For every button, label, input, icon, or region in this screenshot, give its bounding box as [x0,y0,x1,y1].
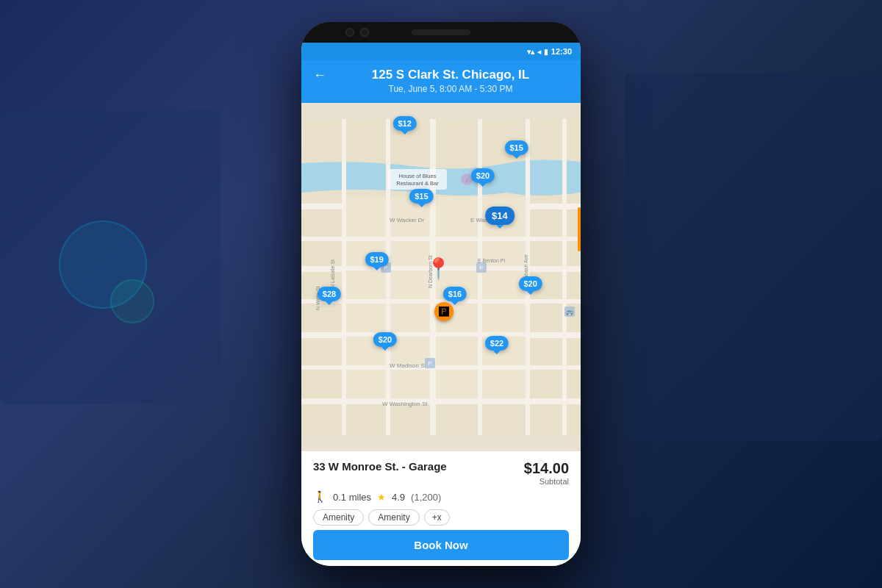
svg-rect-34 [346,370,386,398]
bg-circle-2 [110,279,154,323]
price-amount: $14.00 [524,460,569,476]
header-subtitle: Tue, June 5, 8:00 AM - 5:30 PM [332,84,569,94]
svg-rect-9 [386,119,390,435]
svg-rect-29 [482,304,526,332]
price-pin-19[interactable]: $19 [365,252,388,267]
card-info-row: 🚶 0.1 miles ★ 4.9 (1,200) [313,490,569,503]
svg-rect-23 [390,270,430,299]
battery-icon: ▮ [544,48,548,56]
svg-text:Restaurant & Bar: Restaurant & Bar [396,180,439,187]
star-icon: ★ [377,492,386,503]
bottom-card: 33 W Monroe St. - Garage $14.00 Subtotal… [301,451,581,566]
destination-pin: 📍 [426,257,451,281]
svg-text:W Washington St: W Washington St [382,401,428,407]
card-title-row: 33 W Monroe St. - Garage $14.00 Subtotal [313,460,569,486]
book-button[interactable]: Book Now [313,530,569,560]
svg-text:N LaSalle St: N LaSalle St [330,259,335,288]
app-header: ← 125 S Clark St. Chicago, IL Tue, June … [301,60,581,103]
price-pin-20b[interactable]: $20 [518,276,542,291]
svg-text:♪: ♪ [465,176,469,184]
price-pin-15a[interactable]: $15 [504,140,528,155]
walk-icon: 🚶 [313,490,327,503]
svg-text:W Wacker Dr: W Wacker Dr [390,217,425,223]
back-button[interactable]: ← [313,68,326,82]
status-bar: ▾▴ ◂ ▮ 12:30 [301,43,581,60]
header-title: 125 S Clark St. Chicago, IL [332,68,569,82]
garage-name: 33 W Monroe St. - Garage [313,460,447,473]
map-view[interactable]: W Wacker Dr E Wacker Pl N LaSalle St N W… [301,103,581,451]
svg-rect-22 [346,270,386,299]
price-label: Subtotal [524,477,569,486]
svg-rect-36 [436,370,478,398]
header-row: ← 125 S Clark St. Chicago, IL [313,68,569,82]
svg-text:E Benton Pl: E Benton Pl [478,258,505,263]
bg-panel-right [625,74,882,441]
distance-text: 0.1 miles [333,492,371,503]
more-amenities-button[interactable]: +x [424,509,450,526]
rating-text: 4.9 [392,492,405,503]
price-pin-12[interactable]: $12 [392,116,416,131]
svg-rect-8 [342,119,346,435]
phone-device: ▾▴ ◂ ▮ 12:30 ← 125 S Clark St. Chicago, … [301,22,581,566]
svg-text:🚌: 🚌 [566,308,573,315]
svg-rect-35 [390,370,430,398]
svg-rect-19 [390,241,430,266]
svg-text:P: P [428,360,431,367]
price-pin-14-selected[interactable]: $14 [485,207,514,225]
front-camera [345,28,354,37]
amenity-tag-1[interactable]: Amenity [313,509,364,526]
reviews-text: (1,200) [411,492,441,503]
phone-screen: ▾▴ ◂ ▮ 12:30 ← 125 S Clark St. Chicago, … [301,43,581,566]
phone-bezel-top [301,22,581,43]
svg-rect-14 [346,197,386,237]
price-block: $14.00 Subtotal [524,460,569,486]
price-pin-28[interactable]: $28 [318,287,341,301]
svg-text:W Madison St: W Madison St [390,362,427,369]
amenity-tag-2[interactable]: Amenity [368,509,419,526]
amenities-row: Amenity Amenity +x [313,509,569,526]
status-time: 12:30 [551,47,572,56]
price-pin-20c[interactable]: $20 [373,332,397,347]
price-pin-16[interactable]: $16 [443,287,467,301]
price-pin-22[interactable]: $22 [485,336,509,351]
price-pin-20a[interactable]: $20 [471,168,495,183]
parking-icon-pin[interactable]: 🅿 [434,302,453,321]
scroll-indicator [578,207,581,251]
svg-rect-26 [346,304,386,332]
svg-rect-37 [482,370,526,398]
svg-text:P: P [479,265,483,271]
svg-text:House of Blues: House of Blues [399,173,437,179]
signal-icon: ◂ [537,48,541,56]
svg-rect-27 [390,304,430,332]
front-camera-2 [360,28,369,37]
phone-speaker [412,29,470,35]
svg-rect-32 [436,337,478,365]
price-pin-15b[interactable]: $15 [409,189,433,204]
status-icons: ▾▴ ◂ ▮ 12:30 [527,47,572,56]
svg-rect-11 [478,119,482,435]
svg-rect-13 [562,119,567,435]
wifi-icon: ▾▴ [527,48,534,56]
